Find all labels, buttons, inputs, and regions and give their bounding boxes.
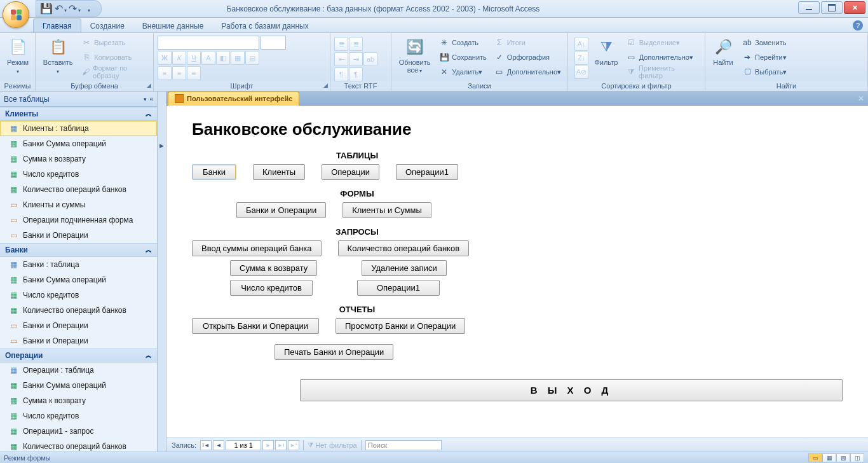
- align-right-button[interactable]: ≡: [187, 66, 201, 80]
- more-records-button[interactable]: ▭Дополнительно ▾: [492, 65, 564, 79]
- tab-home[interactable]: Главная: [33, 18, 81, 32]
- help-icon[interactable]: ?: [853, 20, 863, 31]
- nav-item[interactable]: Банки Сумма операций: [0, 136, 157, 151]
- filter-button[interactable]: ⧩ Фильтр: [591, 36, 621, 67]
- select-button[interactable]: ☐Выбрать ▾: [740, 65, 789, 79]
- spelling-button[interactable]: ✓Орфография: [492, 50, 564, 64]
- nav-item[interactable]: Количество операций банков: [0, 303, 157, 318]
- btn-tables-klienty[interactable]: Клиенты: [253, 164, 305, 180]
- font-size-combo[interactable]: [261, 36, 286, 50]
- btn-query-vvod-summy[interactable]: Ввод суммы операций банка: [192, 240, 322, 256]
- align-left-button[interactable]: ≡: [158, 66, 172, 80]
- numbering-button[interactable]: ≣: [349, 37, 363, 51]
- clear-sort-button[interactable]: A⊘: [574, 65, 588, 79]
- clipboard-dialog-icon[interactable]: ◢: [147, 82, 151, 88]
- sort-desc-button[interactable]: Z↓: [574, 51, 588, 65]
- nav-item[interactable]: Число кредитов: [0, 408, 157, 424]
- find-button[interactable]: 🔎 Найти: [709, 36, 737, 67]
- font-family-combo[interactable]: [158, 36, 259, 50]
- view-layout-icon[interactable]: ▧: [836, 453, 850, 462]
- view-design-icon[interactable]: ◫: [850, 453, 864, 462]
- totals-button[interactable]: ΣИтоги: [492, 36, 564, 50]
- nav-item[interactable]: Банки Сумма операций: [0, 272, 157, 287]
- italic-button[interactable]: К: [172, 51, 186, 65]
- refresh-all-button[interactable]: 🔄 Обновить все: [395, 36, 434, 76]
- nav-item[interactable]: Банки : таблица: [0, 257, 157, 272]
- recnav-new-icon[interactable]: ►*: [288, 440, 299, 450]
- tab-database-tools[interactable]: Работа с базами данных: [212, 19, 317, 32]
- office-button[interactable]: [3, 1, 29, 28]
- underline-button[interactable]: Ч: [187, 51, 201, 65]
- minimize-button[interactable]: [798, 1, 820, 14]
- doc-tab-close-icon[interactable]: ✕: [858, 94, 864, 103]
- nav-item[interactable]: Операции подчиненная форма: [0, 212, 157, 228]
- nav-item[interactable]: Клиенты и суммы: [0, 197, 157, 212]
- save-record-button[interactable]: 💾Сохранить: [437, 50, 489, 64]
- new-record-button[interactable]: ✳Создать: [437, 36, 489, 50]
- nav-item[interactable]: Количество операций банков: [0, 439, 157, 452]
- alt-row-button[interactable]: ▤: [245, 51, 259, 65]
- recnav-first-icon[interactable]: I◄: [200, 440, 212, 450]
- rtl-button[interactable]: ¶: [349, 67, 363, 81]
- bullets-button[interactable]: ≣: [334, 37, 348, 51]
- btn-report-open[interactable]: Открыть Банки и Операции: [192, 318, 319, 334]
- recnav-position-input[interactable]: [226, 440, 261, 450]
- nav-item[interactable]: Клиенты : таблица: [0, 121, 157, 136]
- cut-button[interactable]: ✂Вырезать: [79, 36, 149, 50]
- nav-item[interactable]: Банки и Операции: [0, 318, 157, 333]
- nav-pane-header[interactable]: Все таблицы ▾«: [0, 92, 157, 107]
- view-datasheet-icon[interactable]: ▦: [822, 453, 836, 462]
- undo-icon[interactable]: ↶: [54, 3, 67, 15]
- recnav-next-icon[interactable]: ►: [262, 440, 274, 450]
- btn-tables-operatsii1[interactable]: Операции1: [396, 164, 458, 180]
- doc-tab-active[interactable]: Пользовательский интерфейс: [168, 92, 299, 106]
- nav-collapse-icon[interactable]: «: [149, 95, 153, 102]
- nav-item[interactable]: Операции : таблица: [0, 363, 157, 378]
- nav-item[interactable]: Банки и Операции: [0, 333, 157, 349]
- btn-report-preview[interactable]: Просмотр Банки и Операции: [336, 318, 465, 334]
- toggle-filter-button[interactable]: ⧩Применить фильтр: [624, 65, 701, 79]
- nav-item[interactable]: Число кредитов: [0, 167, 157, 182]
- ltr-button[interactable]: ¶: [334, 67, 348, 81]
- shutter-bar[interactable]: [158, 92, 166, 452]
- format-painter-button[interactable]: 🖌Формат по образцу: [79, 65, 149, 79]
- nav-item[interactable]: Сумма к возврату: [0, 151, 157, 167]
- qat-customize-icon[interactable]: [82, 3, 95, 15]
- selection-filter-button[interactable]: ☑Выделение ▾: [624, 36, 701, 50]
- fill-color-button[interactable]: ◧: [216, 51, 230, 65]
- nav-item[interactable]: Число кредитов: [0, 287, 157, 303]
- view-button[interactable]: 📄 Режим: [4, 36, 32, 76]
- btn-report-print[interactable]: Печать Банки и Операции: [275, 344, 393, 360]
- gridlines-button[interactable]: ▦: [231, 51, 245, 65]
- btn-exit[interactable]: В Ы Х О Д: [300, 379, 843, 401]
- recnav-last-icon[interactable]: ►I: [275, 440, 287, 450]
- nav-group-банки[interactable]: Банки︽: [0, 243, 157, 257]
- save-icon[interactable]: 💾: [40, 3, 53, 15]
- btn-tables-operatsii[interactable]: Операции: [322, 164, 379, 180]
- maximize-button[interactable]: [821, 1, 843, 14]
- btn-tables-banki[interactable]: Банки: [192, 164, 236, 180]
- goto-button[interactable]: ➔Перейти ▾: [740, 50, 789, 64]
- btn-forms-banki-operatsii[interactable]: Банки и Операции: [236, 202, 326, 218]
- nav-item[interactable]: Банки Сумма операций: [0, 378, 157, 393]
- decrease-indent-button[interactable]: ⇤: [334, 52, 348, 66]
- btn-query-summa-vozvratu[interactable]: Сумма к возврату: [230, 260, 317, 276]
- nav-item[interactable]: Сумма к возврату: [0, 393, 157, 408]
- nav-group-клиенты[interactable]: Клиенты︽: [0, 107, 157, 121]
- nav-item[interactable]: Операции1 - запрос: [0, 424, 157, 439]
- copy-button[interactable]: ⎘Копировать: [79, 50, 149, 64]
- btn-forms-klienty-summy[interactable]: Клиенты и Суммы: [342, 202, 431, 218]
- nav-group-операции[interactable]: Операции︽: [0, 349, 157, 363]
- font-dialog-icon[interactable]: ◢: [323, 82, 328, 88]
- nav-item[interactable]: Банки и Операции: [0, 228, 157, 243]
- nav-item[interactable]: Количество операций банков: [0, 182, 157, 197]
- align-center-button[interactable]: ≡: [172, 66, 186, 80]
- bold-button[interactable]: Ж: [158, 51, 172, 65]
- delete-record-button[interactable]: ✕Удалить ▾: [437, 65, 489, 79]
- close-button[interactable]: [844, 1, 865, 14]
- replace-button[interactable]: abЗаменить: [740, 36, 789, 50]
- highlight-button[interactable]: ab: [363, 52, 377, 66]
- recnav-prev-icon[interactable]: ◄: [213, 440, 224, 450]
- btn-query-chislo-kreditov[interactable]: Число кредитов: [230, 280, 313, 296]
- redo-icon[interactable]: ↷: [68, 3, 81, 15]
